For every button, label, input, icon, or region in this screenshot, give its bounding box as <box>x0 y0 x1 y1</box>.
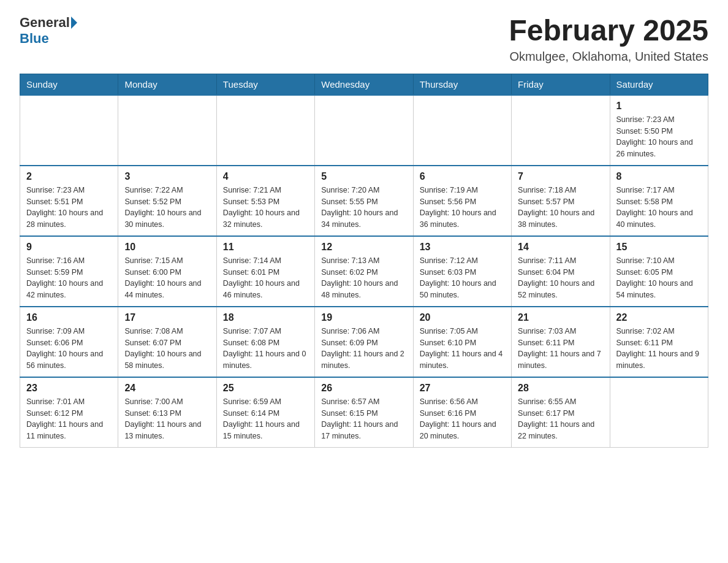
day-info: Sunrise: 7:17 AM Sunset: 5:58 PM Dayligh… <box>616 185 702 231</box>
day-info: Sunrise: 7:14 AM Sunset: 6:01 PM Dayligh… <box>223 255 308 301</box>
calendar-day-cell: 2Sunrise: 7:23 AM Sunset: 5:51 PM Daylig… <box>20 166 118 236</box>
calendar-day-cell: 14Sunrise: 7:11 AM Sunset: 6:04 PM Dayli… <box>512 236 610 307</box>
day-info: Sunrise: 7:20 AM Sunset: 5:55 PM Dayligh… <box>321 185 406 231</box>
day-number: 12 <box>321 242 406 253</box>
calendar-day-cell <box>118 95 216 166</box>
calendar-day-cell: 23Sunrise: 7:01 AM Sunset: 6:12 PM Dayli… <box>20 377 118 448</box>
day-of-week-header: Tuesday <box>216 74 314 95</box>
calendar-day-cell: 19Sunrise: 7:06 AM Sunset: 6:09 PM Dayli… <box>315 307 413 377</box>
calendar-day-cell: 18Sunrise: 7:07 AM Sunset: 6:08 PM Dayli… <box>216 307 314 377</box>
day-number: 18 <box>223 312 308 323</box>
day-number: 21 <box>518 312 603 323</box>
day-info: Sunrise: 7:10 AM Sunset: 6:05 PM Dayligh… <box>616 255 702 301</box>
day-number: 5 <box>321 171 406 182</box>
day-info: Sunrise: 6:55 AM Sunset: 6:17 PM Dayligh… <box>518 396 603 442</box>
calendar-day-cell: 8Sunrise: 7:17 AM Sunset: 5:58 PM Daylig… <box>610 166 708 236</box>
day-info: Sunrise: 7:01 AM Sunset: 6:12 PM Dayligh… <box>26 396 112 442</box>
day-info: Sunrise: 7:08 AM Sunset: 6:07 PM Dayligh… <box>124 326 210 372</box>
calendar-day-cell: 4Sunrise: 7:21 AM Sunset: 5:53 PM Daylig… <box>216 166 314 236</box>
calendar-day-cell: 16Sunrise: 7:09 AM Sunset: 6:06 PM Dayli… <box>20 307 118 377</box>
calendar-week-row: 9Sunrise: 7:16 AM Sunset: 5:59 PM Daylig… <box>20 236 708 307</box>
calendar-day-cell: 11Sunrise: 7:14 AM Sunset: 6:01 PM Dayli… <box>216 236 314 307</box>
day-number: 17 <box>124 312 210 323</box>
day-of-week-header: Monday <box>118 74 216 95</box>
day-number: 6 <box>420 171 505 182</box>
calendar-week-row: 16Sunrise: 7:09 AM Sunset: 6:06 PM Dayli… <box>20 307 708 377</box>
day-of-week-header: Sunday <box>20 74 118 95</box>
calendar-day-cell: 6Sunrise: 7:19 AM Sunset: 5:56 PM Daylig… <box>413 166 511 236</box>
day-number: 11 <box>223 242 308 253</box>
calendar-week-row: 1Sunrise: 7:23 AM Sunset: 5:50 PM Daylig… <box>20 95 708 166</box>
day-number: 13 <box>420 242 505 253</box>
day-info: Sunrise: 7:05 AM Sunset: 6:10 PM Dayligh… <box>420 326 505 372</box>
calendar-day-cell: 7Sunrise: 7:18 AM Sunset: 5:57 PM Daylig… <box>512 166 610 236</box>
day-info: Sunrise: 7:16 AM Sunset: 5:59 PM Dayligh… <box>26 255 112 301</box>
day-number: 14 <box>518 242 603 253</box>
day-number: 22 <box>616 312 702 323</box>
day-info: Sunrise: 7:18 AM Sunset: 5:57 PM Dayligh… <box>518 185 603 231</box>
calendar-day-cell: 27Sunrise: 6:56 AM Sunset: 6:16 PM Dayli… <box>413 377 511 448</box>
day-number: 1 <box>616 101 702 112</box>
location-title: Okmulgee, Oklahoma, United States <box>509 50 708 64</box>
day-info: Sunrise: 7:00 AM Sunset: 6:13 PM Dayligh… <box>124 396 210 442</box>
day-number: 20 <box>420 312 505 323</box>
day-info: Sunrise: 6:57 AM Sunset: 6:15 PM Dayligh… <box>321 396 406 442</box>
calendar-day-cell: 22Sunrise: 7:02 AM Sunset: 6:11 PM Dayli… <box>610 307 708 377</box>
day-info: Sunrise: 7:19 AM Sunset: 5:56 PM Dayligh… <box>420 185 505 231</box>
page-header: General Blue February 2025 Okmulgee, Okl… <box>20 15 708 64</box>
calendar-day-cell: 20Sunrise: 7:05 AM Sunset: 6:10 PM Dayli… <box>413 307 511 377</box>
calendar-day-cell: 3Sunrise: 7:22 AM Sunset: 5:52 PM Daylig… <box>118 166 216 236</box>
calendar-day-cell: 12Sunrise: 7:13 AM Sunset: 6:02 PM Dayli… <box>315 236 413 307</box>
day-number: 4 <box>223 171 308 182</box>
logo-arrow-icon <box>71 17 77 29</box>
day-number: 19 <box>321 312 406 323</box>
calendar-week-row: 23Sunrise: 7:01 AM Sunset: 6:12 PM Dayli… <box>20 377 708 448</box>
day-info: Sunrise: 7:21 AM Sunset: 5:53 PM Dayligh… <box>223 185 308 231</box>
calendar-day-cell: 13Sunrise: 7:12 AM Sunset: 6:03 PM Dayli… <box>413 236 511 307</box>
day-number: 7 <box>518 171 603 182</box>
day-number: 8 <box>616 171 702 182</box>
calendar-day-cell: 15Sunrise: 7:10 AM Sunset: 6:05 PM Dayli… <box>610 236 708 307</box>
day-info: Sunrise: 7:23 AM Sunset: 5:50 PM Dayligh… <box>616 114 702 160</box>
calendar-day-cell: 10Sunrise: 7:15 AM Sunset: 6:00 PM Dayli… <box>118 236 216 307</box>
day-of-week-header: Saturday <box>610 74 708 95</box>
day-info: Sunrise: 7:07 AM Sunset: 6:08 PM Dayligh… <box>223 326 308 372</box>
logo: General Blue <box>20 15 78 47</box>
day-info: Sunrise: 7:09 AM Sunset: 6:06 PM Dayligh… <box>26 326 112 372</box>
logo-general-text: General <box>20 15 70 31</box>
day-info: Sunrise: 6:59 AM Sunset: 6:14 PM Dayligh… <box>223 396 308 442</box>
calendar-day-cell: 25Sunrise: 6:59 AM Sunset: 6:14 PM Dayli… <box>216 377 314 448</box>
day-number: 9 <box>26 242 112 253</box>
day-number: 25 <box>223 383 308 394</box>
day-info: Sunrise: 7:11 AM Sunset: 6:04 PM Dayligh… <box>518 255 603 301</box>
calendar-day-cell: 9Sunrise: 7:16 AM Sunset: 5:59 PM Daylig… <box>20 236 118 307</box>
calendar-day-cell: 21Sunrise: 7:03 AM Sunset: 6:11 PM Dayli… <box>512 307 610 377</box>
calendar-day-cell <box>610 377 708 448</box>
day-info: Sunrise: 6:56 AM Sunset: 6:16 PM Dayligh… <box>420 396 505 442</box>
calendar-week-row: 2Sunrise: 7:23 AM Sunset: 5:51 PM Daylig… <box>20 166 708 236</box>
day-number: 23 <box>26 383 112 394</box>
day-number: 10 <box>124 242 210 253</box>
day-info: Sunrise: 7:02 AM Sunset: 6:11 PM Dayligh… <box>616 326 702 372</box>
calendar-day-cell <box>315 95 413 166</box>
day-number: 24 <box>124 383 210 394</box>
day-info: Sunrise: 7:06 AM Sunset: 6:09 PM Dayligh… <box>321 326 406 372</box>
day-of-week-header: Wednesday <box>315 74 413 95</box>
day-number: 16 <box>26 312 112 323</box>
calendar-day-cell: 26Sunrise: 6:57 AM Sunset: 6:15 PM Dayli… <box>315 377 413 448</box>
day-of-week-header: Thursday <box>413 74 511 95</box>
calendar-day-cell: 24Sunrise: 7:00 AM Sunset: 6:13 PM Dayli… <box>118 377 216 448</box>
calendar-day-cell <box>216 95 314 166</box>
calendar-day-cell: 5Sunrise: 7:20 AM Sunset: 5:55 PM Daylig… <box>315 166 413 236</box>
day-number: 27 <box>420 383 505 394</box>
calendar-day-cell <box>20 95 118 166</box>
month-title: February 2025 <box>509 15 708 47</box>
calendar-day-cell <box>512 95 610 166</box>
day-info: Sunrise: 7:22 AM Sunset: 5:52 PM Dayligh… <box>124 185 210 231</box>
day-info: Sunrise: 7:15 AM Sunset: 6:00 PM Dayligh… <box>124 255 210 301</box>
day-number: 28 <box>518 383 603 394</box>
title-section: February 2025 Okmulgee, Oklahoma, United… <box>509 15 708 64</box>
day-number: 2 <box>26 171 112 182</box>
calendar-day-cell: 1Sunrise: 7:23 AM Sunset: 5:50 PM Daylig… <box>610 95 708 166</box>
calendar-header-row: SundayMondayTuesdayWednesdayThursdayFrid… <box>20 74 708 95</box>
